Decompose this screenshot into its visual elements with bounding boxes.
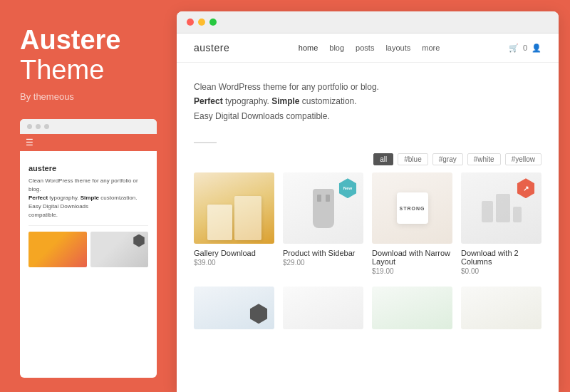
mini-site-name: austere [28,164,148,172]
site-logo: austere [194,42,229,53]
hero-bold1: Perfect [194,96,223,106]
nav-posts[interactable]: posts [356,43,374,52]
mini-browser-content: austere Clean WordPress theme for any po… [20,157,157,274]
product-row2-3[interactable] [372,287,452,334]
site-header: austere home blog posts layouts more 🛒 0… [177,33,559,63]
browser-dot-maximize[interactable] [209,19,217,26]
mug-container: STRONG [372,172,452,244]
product-image-sidebar: New [283,172,363,244]
hex-badge-dark [249,304,269,324]
mini-hex-badge [133,234,145,247]
site-nav-icons: 🛒 0 👤 [509,43,542,53]
product-image-row2-3 [372,287,452,329]
product-name-gallery: Gallery Download [194,249,274,257]
desk-item-1 [482,201,493,222]
mini-dot-green [44,124,49,129]
nav-more[interactable]: more [422,43,440,52]
book-2 [234,196,261,240]
filter-white[interactable]: #white [467,153,501,165]
products-grid-row2 [177,287,559,346]
nav-layouts[interactable]: layouts [385,43,410,52]
plug-img [313,189,334,228]
product-row2-1[interactable] [194,287,274,334]
product-image-row2-2 [283,287,363,329]
brand-title: Austere [20,26,157,56]
filter-yellow[interactable]: #yellow [505,153,542,165]
product-image-twocols: ↗ [461,172,542,244]
cart-count: 0 [523,43,527,52]
user-icon[interactable]: 👤 [532,43,542,53]
product-price-sidebar: $29.00 [283,259,363,267]
mini-desc: Clean WordPress theme for any portfolio … [28,177,148,220]
product-price-gallery: $39.00 [194,259,274,267]
brand-subtitle: Theme [20,56,157,86]
mini-product-2 [90,232,149,267]
mini-products-grid [28,232,148,267]
product-price-narrow: $19.00 [372,267,452,275]
product-narrow-layout[interactable]: STRONG Download with Narrow Layout $19.0… [372,172,452,275]
mini-dot-yellow [36,124,41,129]
product-price-twocols: $0.00 [461,267,542,275]
product-row2-4[interactable] [461,287,542,334]
filter-blue[interactable]: #blue [398,153,428,165]
mini-product-1 [28,232,87,267]
product-name-sidebar: Product with Sidebar [283,249,363,257]
mini-browser-preview: ☰ austere Clean WordPress theme for any … [20,119,157,378]
hero-line3: Easy Digital Downloads compatible. [194,111,330,121]
product-image-row2-1 [194,287,274,329]
hex-badge-text: New [343,186,352,190]
product-image-narrow: STRONG [372,172,452,244]
filter-bar: all #blue #gray #white #yellow [177,153,559,172]
desk-item-2 [496,194,510,222]
product-image-row2-4 [461,287,542,329]
site-hero: Clean WordPress theme for any portfolio … [177,63,559,132]
browser-chrome [177,11,559,33]
filter-gray[interactable]: #gray [432,153,463,165]
product-name-narrow: Download with Narrow Layout [372,249,452,266]
product-with-sidebar[interactable]: New Product with Sidebar $29.00 [283,172,363,275]
book-1 [207,205,232,240]
cart-icon[interactable]: 🛒 [509,43,519,53]
mini-dot-red [27,124,32,129]
hex-badge-arrow: ↗ [523,185,529,192]
hero-bold2: Simple [271,96,299,106]
left-panel: Austere Theme By themeous ☰ austere Clea… [0,0,177,392]
filter-all[interactable]: all [373,153,393,165]
gallery-books [194,194,274,244]
main-browser: austere home blog posts layouts more 🛒 0… [177,11,559,392]
mug: STRONG [397,192,428,224]
hero-mid1: typography. [223,96,271,106]
hero-line1: Clean WordPress theme for any portfolio … [194,82,379,92]
site-nav: home blog posts layouts more [299,43,440,52]
brand-by: By themeous [20,91,157,102]
mini-divider [28,225,148,226]
nav-blog[interactable]: blog [329,43,344,52]
nav-home[interactable]: home [299,43,318,52]
hero-divider [194,142,217,143]
browser-dot-close[interactable] [187,19,194,26]
desk-items [482,194,522,222]
browser-body: austere home blog posts layouts more 🛒 0… [177,33,559,392]
product-two-columns[interactable]: ↗ Download with 2 Columns $0.00 [461,172,542,275]
mini-nav-bar: ☰ [20,134,157,151]
browser-dot-minimize[interactable] [198,19,205,26]
products-grid-row1: Gallery Download $39.00 New Product with… [177,172,559,287]
product-image-gallery [194,172,274,244]
mini-browser-bar [20,119,157,134]
product-name-twocols: Download with 2 Columns [461,249,542,266]
mini-hamburger-icon: ☰ [26,138,33,148]
product-gallery-download[interactable]: Gallery Download $39.00 [194,172,274,275]
product-row2-2[interactable] [283,287,363,334]
hero-mid2: customization. [300,96,357,106]
desk-item-3 [513,207,522,222]
